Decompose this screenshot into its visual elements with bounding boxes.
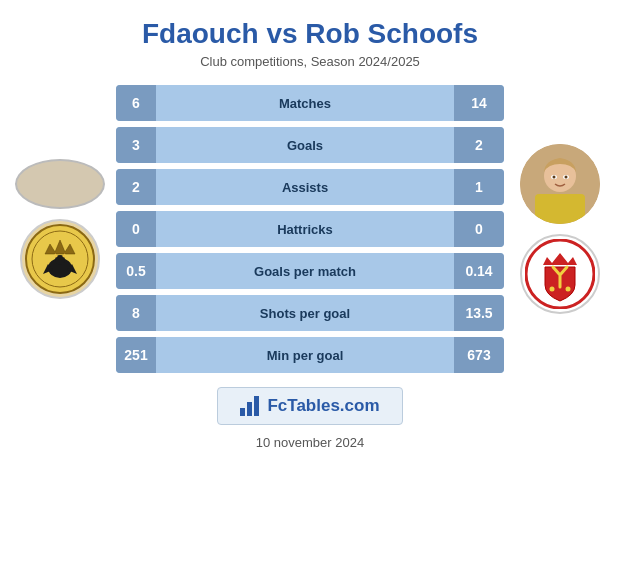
stat-right-value: 673 [454,337,504,373]
chart-icon [240,396,259,416]
fctables-logo: FcTables.com [217,387,402,425]
stat-left-value: 0.5 [116,253,156,289]
stat-row: 251Min per goal673 [116,337,504,373]
stat-right-value: 0.14 [454,253,504,289]
stat-label: Goals [156,138,454,153]
stat-right-value: 13.5 [454,295,504,331]
stat-row: 0Hattricks0 [116,211,504,247]
stat-left-value: 3 [116,127,156,163]
stat-label: Hattricks [156,222,454,237]
stat-left-value: 6 [116,85,156,121]
stats-column: 6Matches143Goals22Assists10Hattricks00.5… [116,85,504,373]
stat-label: Goals per match [156,264,454,279]
page: Fdaouch vs Rob Schoofs Club competitions… [0,0,620,580]
right-column [510,144,610,314]
player-photo [520,144,600,224]
club-badge-left [20,219,100,299]
stat-row: 6Matches14 [116,85,504,121]
stat-left-value: 251 [116,337,156,373]
stat-left-value: 8 [116,295,156,331]
page-subtitle: Club competitions, Season 2024/2025 [200,54,420,69]
svg-point-11 [553,176,556,179]
svg-point-12 [565,176,568,179]
stat-right-value: 0 [454,211,504,247]
stat-row: 3Goals2 [116,127,504,163]
club-badge-right [520,234,600,314]
fctables-text: FcTables.com [267,396,379,416]
bar1 [240,408,245,416]
stat-label: Shots per goal [156,306,454,321]
stat-label: Assists [156,180,454,195]
date-text: 10 november 2024 [256,435,364,450]
stat-right-value: 2 [454,127,504,163]
main-content: 6Matches143Goals22Assists10Hattricks00.5… [0,85,620,373]
stat-right-value: 14 [454,85,504,121]
stat-row: 0.5Goals per match0.14 [116,253,504,289]
stat-left-value: 0 [116,211,156,247]
svg-rect-7 [573,194,585,219]
stat-row: 8Shots per goal13.5 [116,295,504,331]
stat-label: Matches [156,96,454,111]
stat-row: 2Assists1 [116,169,504,205]
bar3 [254,396,259,416]
bar2 [247,402,252,416]
team-badge-left [15,159,105,209]
svg-rect-6 [535,194,547,219]
stat-label: Min per goal [156,348,454,363]
page-title: Fdaouch vs Rob Schoofs [142,18,478,50]
stat-left-value: 2 [116,169,156,205]
left-column [10,159,110,299]
logo-section: FcTables.com [217,387,402,425]
stat-right-value: 1 [454,169,504,205]
svg-point-14 [550,287,555,292]
svg-point-15 [566,287,571,292]
